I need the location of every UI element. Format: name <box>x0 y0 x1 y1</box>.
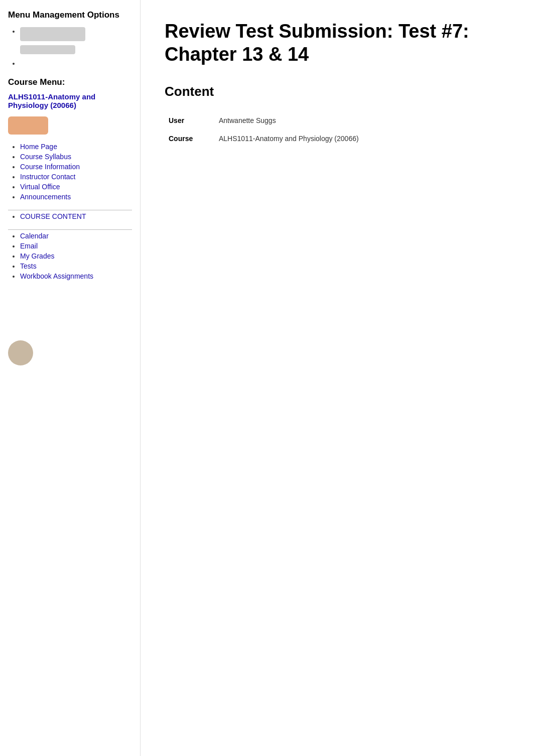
nav-item-announcements[interactable]: Announcements <box>20 193 132 201</box>
menu-mgmt-item-2 <box>20 59 132 67</box>
nav-item-calendar[interactable]: Calendar <box>20 232 132 240</box>
menu-management-list <box>8 27 132 67</box>
nav-link-my-grades[interactable]: My Grades <box>20 252 54 260</box>
nav-divider-1 <box>8 210 132 210</box>
nav-link-course-info[interactable]: Course Information <box>20 163 80 171</box>
page-title: Review Test Submission: Test #7: Chapter… <box>165 20 509 66</box>
nav-item-syllabus[interactable]: Course Syllabus <box>20 153 132 161</box>
nav-item-workbook[interactable]: Workbook Assignments <box>20 272 132 280</box>
table-row-course: Course ALHS1011-Anatomy and Physiology (… <box>165 130 509 148</box>
content-info-table: User Antwanette Suggs Course ALHS1011-An… <box>165 111 509 148</box>
nav-link-home[interactable]: Home Page <box>20 143 57 151</box>
user-label: User <box>165 111 215 130</box>
nav-link-tests[interactable]: Tests <box>20 262 37 270</box>
nav-link-announcements[interactable]: Announcements <box>20 193 71 201</box>
user-value: Antwanette Suggs <box>215 111 509 130</box>
course-menu-title: Course Menu: <box>8 77 132 87</box>
nav-link-instructor[interactable]: Instructor Contact <box>20 173 76 181</box>
blurred-menu-item-1b <box>20 45 75 54</box>
nav-item-home[interactable]: Home Page <box>20 143 132 151</box>
course-link[interactable]: ALHS1011-Anatomy and Physiology (20066) <box>8 92 132 109</box>
nav-item-course-content[interactable]: COURSE CONTENT <box>20 212 132 220</box>
nav-item-email[interactable]: Email <box>20 242 132 250</box>
table-row-user: User Antwanette Suggs <box>165 111 509 130</box>
course-menu-section: Course Menu: ALHS1011-Anatomy and Physio… <box>8 77 132 280</box>
nav-item-virtual-office[interactable]: Virtual Office <box>20 183 132 191</box>
course-value: ALHS1011-Anatomy and Physiology (20066) <box>215 130 509 148</box>
nav-divider-2 <box>8 229 132 230</box>
blurred-menu-item-1 <box>20 27 85 41</box>
menu-mgmt-item-1 <box>20 27 132 54</box>
nav-link-syllabus[interactable]: Course Syllabus <box>20 153 71 161</box>
blurred-course-icon <box>8 116 48 135</box>
blurred-avatar <box>8 340 33 365</box>
nav-empty-1 <box>20 203 132 208</box>
nav-link-course-content[interactable]: COURSE CONTENT <box>20 212 86 220</box>
nav-link-workbook[interactable]: Workbook Assignments <box>20 272 93 280</box>
nav-link-email[interactable]: Email <box>20 242 38 250</box>
content-section-title: Content <box>165 84 509 99</box>
menu-management-section: Menu Management Options <box>8 10 132 67</box>
nav-link-virtual-office[interactable]: Virtual Office <box>20 183 60 191</box>
nav-item-my-grades[interactable]: My Grades <box>20 252 132 260</box>
nav-item-instructor[interactable]: Instructor Contact <box>20 173 132 181</box>
nav-list-middle: COURSE CONTENT <box>8 212 132 227</box>
nav-list-top: Home Page Course Syllabus Course Informa… <box>8 143 132 208</box>
nav-list-bottom: Calendar Email My Grades Tests Workbook … <box>8 232 132 280</box>
nav-empty-2 <box>20 222 132 227</box>
menu-management-title: Menu Management Options <box>8 10 132 20</box>
sidebar: Menu Management Options Course Menu: ALH… <box>0 0 141 756</box>
course-label: Course <box>165 130 215 148</box>
main-content: Review Test Submission: Test #7: Chapter… <box>141 0 533 756</box>
nav-item-course-info[interactable]: Course Information <box>20 163 132 171</box>
nav-link-calendar[interactable]: Calendar <box>20 232 49 240</box>
nav-item-tests[interactable]: Tests <box>20 262 132 270</box>
